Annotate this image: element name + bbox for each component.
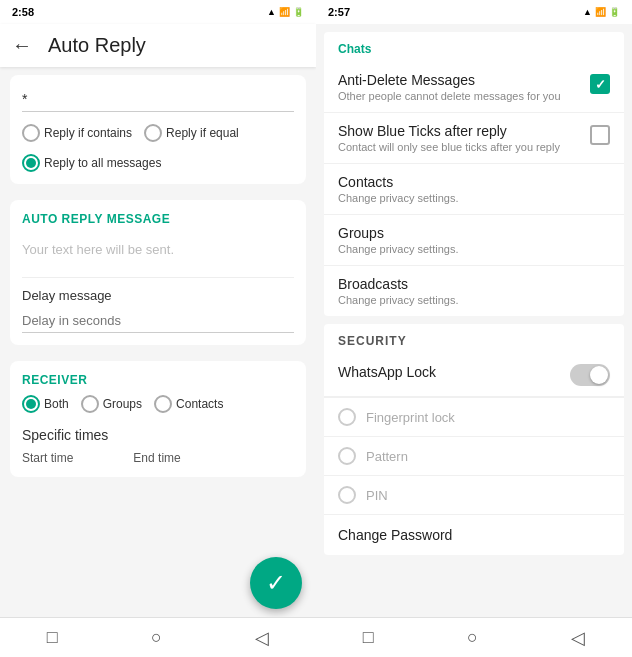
start-time-label: Start time [22,451,73,465]
specific-times-row: Specific times [22,427,294,443]
top-bar: ← Auto Reply [0,24,316,67]
contacts-radio[interactable] [154,395,172,413]
contacts-option[interactable]: Contacts [154,395,223,413]
nav-back-icon[interactable]: ◁ [255,627,269,649]
contacts-privacy-title: Contacts [338,174,610,190]
right-nav-back-icon[interactable]: ◁ [571,627,585,649]
right-nav-circle-icon[interactable]: ○ [467,627,478,648]
groups-radio[interactable] [81,395,99,413]
nav-circle-icon[interactable]: ○ [151,627,162,648]
blue-ticks-item[interactable]: Show Blue Ticks after reply Contact will… [324,113,624,164]
pattern-radio [338,447,356,465]
anti-delete-item[interactable]: Anti-Delete Messages Other people cannot… [324,62,624,113]
auto-reply-section-label: AUTO REPLY MESSAGE [22,212,294,226]
reply-if-contains-radio[interactable] [22,124,40,142]
reply-if-contains-option[interactable]: Reply if contains [22,124,132,142]
broadcasts-privacy-text: Broadcasts Change privacy settings. [338,276,610,306]
battery-icon: 🔋 [293,7,304,17]
whatsapp-lock-text: WhatsApp Lock [338,364,570,380]
groups-privacy-title: Groups [338,225,610,241]
blue-ticks-title: Show Blue Ticks after reply [338,123,590,139]
groups-label: Groups [103,397,142,411]
contacts-privacy-text: Contacts Change privacy settings. [338,174,610,204]
right-battery-icon: 🔋 [609,7,620,17]
groups-privacy-desc: Change privacy settings. [338,243,610,255]
pin-radio [338,486,356,504]
contacts-privacy-item[interactable]: Contacts Change privacy settings. [324,164,624,215]
reply-type-group: Reply if contains Reply if equal Reply t… [22,124,294,172]
reply-if-equal-radio[interactable] [144,124,162,142]
security-card: SECURITY WhatsApp Lock Fingerprint lock … [324,324,624,555]
right-status-icons: ▲ 📶 🔋 [583,7,620,17]
signal-icon: ▲ [267,7,276,17]
broadcasts-privacy-desc: Change privacy settings. [338,294,610,306]
reply-if-equal-label: Reply if equal [166,126,239,140]
check-icon: ✓ [266,569,286,597]
pin-label: PIN [366,488,388,503]
right-wifi-icon: 📶 [595,7,606,17]
pattern-item: Pattern [324,436,624,475]
security-section-title: SECURITY [324,324,624,354]
reply-to-all-radio[interactable] [22,154,40,172]
anti-delete-text: Anti-Delete Messages Other people cannot… [338,72,590,102]
specific-times-label: Specific times [22,427,108,443]
message-placeholder: Your text here will be sent. [22,234,294,278]
end-time-label: End time [133,451,180,465]
right-signal-icon: ▲ [583,7,592,17]
left-status-icons: ▲ 📶 🔋 [267,7,304,17]
left-time: 2:58 [12,6,34,18]
reply-to-all-option[interactable]: Reply to all messages [22,154,161,172]
receiver-group: Both Groups Contacts [22,395,294,413]
receiver-section-label: RECEIVER [22,373,294,387]
back-button[interactable]: ← [12,34,32,57]
contacts-privacy-desc: Change privacy settings. [338,192,610,204]
fingerprint-label: Fingerprint lock [366,410,455,425]
reply-to-all-label: Reply to all messages [44,156,161,170]
whatsapp-lock-item[interactable]: WhatsApp Lock [324,354,624,397]
nav-square-icon[interactable]: □ [47,627,58,648]
auto-reply-message-card: AUTO REPLY MESSAGE Your text here will b… [10,200,306,345]
both-option[interactable]: Both [22,395,69,413]
pin-item: PIN [324,475,624,514]
delay-label: Delay message [22,288,294,303]
change-password-label: Change Password [338,527,452,543]
both-label: Both [44,397,69,411]
blue-ticks-checkbox[interactable] [590,125,610,145]
blue-ticks-text: Show Blue Ticks after reply Contact will… [338,123,590,153]
right-time: 2:57 [328,6,350,18]
delay-input[interactable] [22,309,294,333]
time-row: Start time End time [22,451,294,465]
right-nav-bar: □ ○ ◁ [316,617,632,657]
change-password-item[interactable]: Change Password [324,514,624,555]
fingerprint-lock-item: Fingerprint lock [324,397,624,436]
fingerprint-radio [338,408,356,426]
groups-option[interactable]: Groups [81,395,142,413]
broadcasts-privacy-item[interactable]: Broadcasts Change privacy settings. [324,266,624,316]
groups-privacy-item[interactable]: Groups Change privacy settings. [324,215,624,266]
anti-delete-desc: Other people cannot delete messages for … [338,90,590,102]
both-radio[interactable] [22,395,40,413]
pattern-label: Pattern [366,449,408,464]
right-panel: 2:57 ▲ 📶 🔋 Chats Anti-Delete Messages Ot… [316,0,632,657]
wifi-icon: 📶 [279,7,290,17]
chats-settings-card: Chats Anti-Delete Messages Other people … [324,32,624,316]
receiver-card: RECEIVER Both Groups Contacts Specific t… [10,361,306,477]
left-nav-bar: □ ○ ◁ [0,617,316,657]
chats-section-title: Chats [324,32,624,62]
left-status-bar: 2:58 ▲ 📶 🔋 [0,0,316,24]
whatsapp-lock-toggle[interactable] [570,364,610,386]
reply-if-equal-option[interactable]: Reply if equal [144,124,239,142]
keyword-input[interactable] [22,87,294,112]
page-title: Auto Reply [48,34,146,57]
anti-delete-title: Anti-Delete Messages [338,72,590,88]
keyword-input-card: Reply if contains Reply if equal Reply t… [10,75,306,184]
whatsapp-lock-title: WhatsApp Lock [338,364,570,380]
confirm-fab[interactable]: ✓ [250,557,302,609]
groups-privacy-text: Groups Change privacy settings. [338,225,610,255]
right-nav-square-icon[interactable]: □ [363,627,374,648]
left-panel: 2:58 ▲ 📶 🔋 ← Auto Reply Reply if contain… [0,0,316,657]
reply-if-contains-label: Reply if contains [44,126,132,140]
right-status-bar: 2:57 ▲ 📶 🔋 [316,0,632,24]
anti-delete-checkbox[interactable] [590,74,610,94]
blue-ticks-desc: Contact will only see blue ticks after y… [338,141,590,153]
